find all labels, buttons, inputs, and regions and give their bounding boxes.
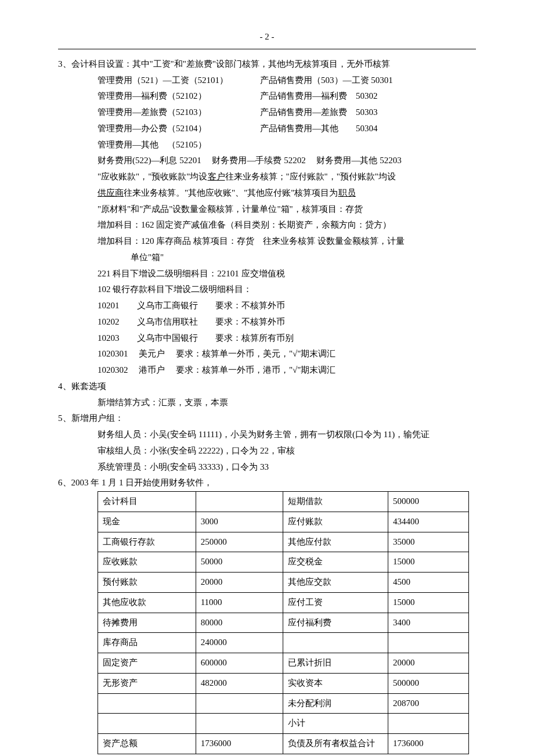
table-cell: 应付福利费: [283, 613, 388, 633]
table-cell: 50000: [196, 552, 283, 573]
page-number: - 2 -: [58, 29, 476, 45]
table-cell: 工商银行存款: [98, 532, 196, 552]
table-cell: [98, 693, 196, 714]
section-3-heading: 3、会计科目设置：其中"工资"和"差旅费"设部门核算，其他均无核算项目，无外币核…: [58, 56, 476, 73]
table-cell: 11000: [196, 592, 283, 613]
table-cell: 15000: [388, 592, 469, 613]
table-cell: 未分配利润: [283, 693, 388, 714]
table-cell: 208700: [388, 693, 469, 714]
add-subject-line2: 增加科目：120 库存商品 核算项目：存货 往来业务核算 设数量金额核算，计量: [98, 233, 476, 250]
table-cell: [196, 714, 283, 734]
table-row: 工商银行存款250000其他应付款35000: [98, 532, 469, 552]
table-cell: 其他应收款: [98, 592, 196, 613]
table-cell: [196, 693, 283, 714]
table-row: 待摊费用80000应付福利费3400: [98, 613, 469, 633]
account-row: 管理费用—差旅费（52103）产品销售费用—差旅费 50303: [98, 105, 476, 121]
table-cell: 其他应交款: [283, 573, 388, 593]
table-cell: 库存商品: [98, 633, 196, 653]
table-cell: 资产总额: [98, 734, 196, 754]
table-cell: 小计: [283, 714, 388, 734]
table-cell: 20000: [388, 653, 469, 674]
table-cell: 250000: [196, 532, 283, 552]
table-row: 无形资产482000实收资本500000: [98, 673, 469, 693]
add-subject-line2b: 单位"箱": [58, 250, 476, 266]
table-row: 资产总额1736000负债及所有者权益合计1736000: [98, 734, 469, 754]
table-cell: 固定资产: [98, 653, 196, 674]
table-cell: 会计科目: [98, 492, 196, 512]
table-cell: 负债及所有者权益合计: [283, 734, 388, 754]
supplier-line: 供应商往来业务核算。"其他应收账"、"其他应付账"核算项目为职员: [98, 185, 476, 201]
table-row: 未分配利润208700: [98, 693, 469, 714]
table-row: 预付账款20000其他应交款4500: [98, 573, 469, 593]
sub221-line: 221 科目下增设二级明细科目：22101 应交增值税: [98, 266, 476, 282]
header-rule: [58, 49, 476, 49]
section-5-heading: 5、新增用户组：: [58, 411, 476, 427]
table-row: 小计: [98, 714, 469, 734]
table-cell: [98, 714, 196, 734]
bank-sub: 10203 义乌市中国银行 要求：核算所有币别: [98, 330, 476, 347]
user-group-line: 系统管理员：小明(安全码 33333)，口令为 33: [58, 459, 476, 476]
add-subject-line: 增加科目：162 固定资产减值准备（科目类别：长期资产，余额方向：贷方）: [98, 217, 476, 233]
table-cell: 已累计折旧: [283, 653, 388, 674]
table-cell: 应收账款: [98, 552, 196, 573]
table-cell: 待摊费用: [98, 613, 196, 633]
table-cell: 80000: [196, 613, 283, 633]
table-cell: 实收资本: [283, 673, 388, 693]
table-cell: 3400: [388, 613, 469, 633]
table-row: 应收账款50000应交税金15000: [98, 552, 469, 573]
settlement-line: 新增结算方式：汇票，支票，本票: [58, 395, 476, 411]
table-cell: 35000: [388, 532, 469, 552]
table-cell: 1736000: [388, 734, 469, 754]
section-4-heading: 4、账套选项: [58, 379, 476, 395]
bank-sub: 1020301 美元户 要求：核算单一外币，美元，"√"期末调汇: [98, 346, 476, 362]
table-cell: 500000: [388, 673, 469, 693]
table-cell: 434400: [388, 512, 469, 532]
balance-table: 会计科目短期借款500000现金3000应付账款434400工商银行存款2500…: [98, 491, 469, 754]
table-cell: 其他应付款: [283, 532, 388, 552]
table-cell: 现金: [98, 512, 196, 532]
user-group-line: 财务组人员：小吴(安全码 11111)，小吴为财务主管，拥有一切权限(口令为 1…: [58, 427, 476, 443]
table-cell: [388, 633, 469, 653]
table-cell: 15000: [388, 552, 469, 573]
table-cell: 240000: [196, 633, 283, 653]
table-cell: 应付账款: [283, 512, 388, 532]
sub102-line: 102 银行存款科目下增设二级明细科目：: [98, 282, 476, 298]
bank-sub: 1020302 港币户 要求：核算单一外币，港币，"√"期末调汇: [98, 362, 476, 379]
table-row: 库存商品240000: [98, 633, 469, 653]
material-line: "原材料"和"产成品"设数量金额核算，计量单位"箱"，核算项目：存货: [98, 201, 476, 218]
receivable-line: "应收账款"，"预收账款"均设客户往来业务核算；"应付账款"，"预付账款"均设: [98, 169, 476, 185]
account-row: 管理费用—福利费（52102）产品销售费用—福利费 50302: [98, 88, 476, 105]
table-row: 其他应收款11000应付工资15000: [98, 592, 469, 613]
account-row: 管理费用（521）—工资（52101）产品销售费用（503）—工资 50301: [98, 73, 476, 89]
finance-fee-line: 财务费用(522)—利息 52201 财务费用—手续费 52202 财务费用—其…: [98, 153, 476, 169]
table-cell: 20000: [196, 573, 283, 593]
user-group-line: 审核组人员：小张(安全码 22222)，口令为 22，审核: [58, 443, 476, 459]
table-row: 固定资产600000已累计折旧20000: [98, 653, 469, 674]
table-cell: 应付工资: [283, 592, 388, 613]
account-row: 管理费用—办公费（52104）产品销售费用—其他 50304: [98, 121, 476, 137]
table-cell: 应交税金: [283, 552, 388, 573]
table-cell: 482000: [196, 673, 283, 693]
bank-sub: 10201 义乌市工商银行 要求：不核算外币: [98, 298, 476, 314]
table-cell: 短期借款: [283, 492, 388, 512]
table-cell: 500000: [388, 492, 469, 512]
section-6-heading: 6、2003 年 1 月 1 日开始使用财务软件，: [58, 475, 476, 491]
table-cell: 3000: [196, 512, 283, 532]
table-cell: 预付账款: [98, 573, 196, 593]
table-cell: 4500: [388, 573, 469, 593]
table-cell: [388, 714, 469, 734]
table-row: 现金3000应付账款434400: [98, 512, 469, 532]
table-cell: [283, 633, 388, 653]
bank-sub: 10202 义乌市信用联社 要求：不核算外币: [98, 314, 476, 330]
table-cell: 600000: [196, 653, 283, 674]
account-row: 管理费用—其他 （52105）: [98, 137, 476, 153]
table-cell: 1736000: [196, 734, 283, 754]
table-cell: 无形资产: [98, 673, 196, 693]
table-row: 会计科目短期借款500000: [98, 492, 469, 512]
table-cell: [196, 492, 283, 512]
